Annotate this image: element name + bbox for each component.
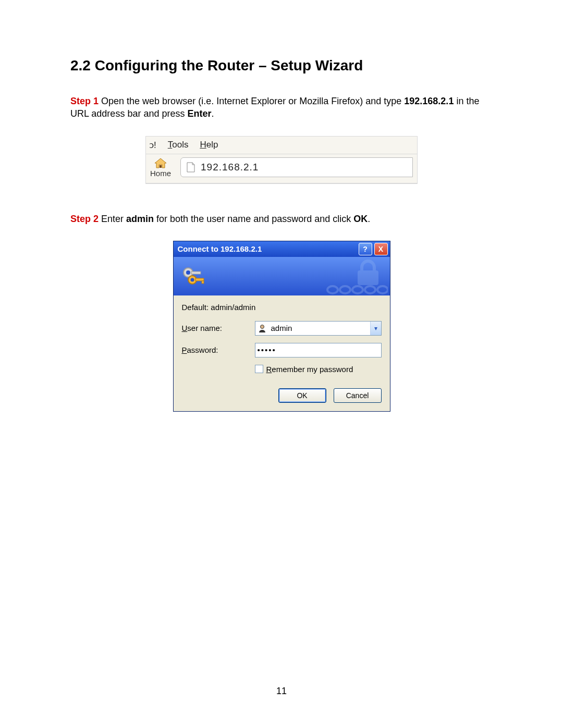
menu-tools[interactable]: TToolsools: [168, 140, 189, 151]
help-button[interactable]: ?: [359, 243, 372, 255]
username-label: User name:User name:: [182, 324, 255, 332]
svg-rect-6: [195, 278, 204, 281]
default-credentials-text: Default: admin/admin: [182, 303, 382, 312]
ok-button[interactable]: OK: [278, 388, 326, 403]
menu-fragment: ɔ!: [149, 140, 156, 151]
password-label: Password:Password:: [182, 346, 255, 354]
remember-label[interactable]: Remember my passwordRemember my password: [266, 365, 353, 374]
step1-period: .: [211, 108, 214, 119]
step2-paragraph: Step 2 Enter admin for both the user nam…: [70, 213, 493, 225]
keys-icon: [181, 264, 206, 291]
menu-help[interactable]: HHelpelp: [200, 140, 218, 151]
browser-screenshot: ɔ! TToolsools HHelpelp Home 192.168.2.1: [145, 136, 418, 184]
username-value: admin: [271, 324, 292, 332]
svg-point-5: [190, 278, 194, 281]
svg-rect-7: [202, 281, 204, 283]
svg-point-14: [260, 325, 264, 328]
home-icon: [154, 157, 167, 169]
step1-paragraph: Step 1 Open the web browser (i.e. Intern…: [70, 95, 493, 120]
remember-checkbox[interactable]: [255, 365, 263, 373]
banner-chain-icon: [325, 283, 388, 295]
password-field[interactable]: •••••: [255, 343, 382, 357]
dialog-body: Default: admin/admin User name:User name…: [174, 295, 390, 411]
step2-label: Step 2: [70, 214, 99, 224]
svg-point-13: [377, 286, 388, 293]
remember-row: Remember my passwordRemember my password: [255, 365, 382, 374]
cancel-button[interactable]: Cancel: [334, 388, 382, 403]
svg-point-11: [352, 286, 363, 293]
step2-text-b: for both the user name and password and …: [154, 214, 353, 224]
person-icon: [258, 324, 267, 333]
document-page: 2.2 Configuring the Router – Setup Wizar…: [0, 0, 563, 728]
step2-period: .: [368, 214, 370, 224]
username-row: User name:User name: admin ▾: [182, 321, 382, 336]
home-button[interactable]: Home: [150, 157, 171, 178]
close-icon: X: [378, 245, 383, 253]
svg-rect-3: [191, 272, 201, 274]
username-field[interactable]: admin ▾: [255, 321, 382, 336]
svg-point-12: [365, 286, 375, 293]
step2-ok: OK: [353, 214, 368, 224]
svg-point-10: [340, 286, 350, 293]
auth-dialog: Connect to 192.168.2.1 ? X: [173, 241, 390, 412]
step1-text-a: Open the web browser (i.e. Internet Expl…: [99, 96, 404, 106]
step1-enter: Enter: [187, 108, 211, 119]
svg-point-2: [186, 270, 190, 275]
step1-ip: 192.168.2.1: [404, 96, 454, 106]
dialog-banner: [174, 257, 390, 295]
browser-toolbar: Home 192.168.2.1: [146, 154, 417, 183]
dialog-titlebar[interactable]: Connect to 192.168.2.1 ? X: [174, 241, 390, 257]
url-bar[interactable]: 192.168.2.1: [180, 157, 413, 177]
dialog-buttons: OK Cancel: [182, 388, 382, 403]
page-number: 11: [0, 686, 563, 697]
password-row: Password:Password: •••••: [182, 343, 382, 357]
dialog-title: Connect to 192.168.2.1: [178, 244, 262, 253]
step1-label: Step 1: [70, 96, 99, 106]
close-button[interactable]: X: [374, 243, 388, 255]
svg-point-9: [327, 286, 338, 293]
browser-menubar: ɔ! TToolsools HHelpelp: [146, 137, 417, 154]
help-icon: ?: [363, 245, 368, 253]
section-heading: 2.2 Configuring the Router – Setup Wizar…: [70, 57, 493, 74]
url-value: 192.168.2.1: [201, 162, 259, 173]
step2-text-a: Enter: [99, 214, 126, 224]
home-label: Home: [150, 169, 171, 178]
chevron-down-icon[interactable]: ▾: [370, 322, 381, 335]
page-icon: [186, 162, 195, 172]
svg-rect-0: [160, 165, 162, 168]
password-value: •••••: [258, 346, 276, 354]
step2-admin: admin: [126, 214, 154, 224]
